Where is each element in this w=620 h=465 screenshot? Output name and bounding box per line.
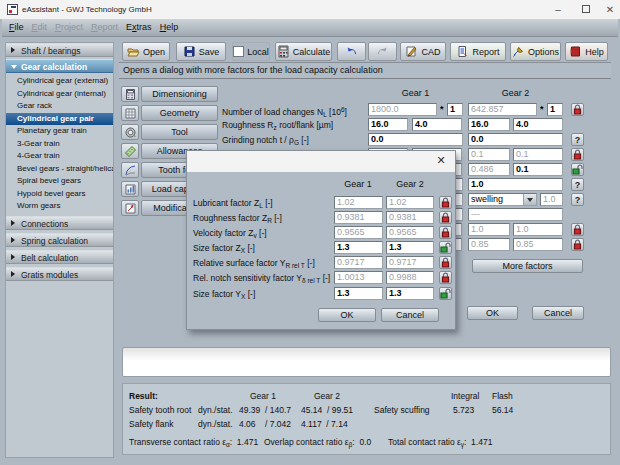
unlock-icon-button[interactable] (571, 163, 584, 176)
dialog-field-v2-row4: 0.9717 (386, 256, 434, 269)
help-icon (569, 45, 582, 58)
tooth-form-icon-button[interactable] (121, 162, 139, 178)
dialog-field-v2-row3[interactable]: 1.3 (386, 241, 434, 254)
dialog-field-v1-row3[interactable]: 1.3 (334, 241, 383, 254)
cancel-button[interactable]: Cancel (532, 306, 584, 320)
menu-extras[interactable]: Extras (122, 19, 156, 36)
sidebar-item-planetary-gear-train[interactable]: Planetary gear train (6, 125, 113, 138)
help-icon-button[interactable]: ? (571, 178, 584, 191)
geometry-icon-button[interactable] (121, 105, 139, 121)
dialog-unlock-icon-button[interactable] (439, 287, 452, 300)
toolbar-redo-button[interactable] (368, 42, 397, 61)
sidebar-group-spring-calculation[interactable]: Spring calculation (6, 233, 113, 247)
load-capacity-icon-button[interactable] (121, 181, 139, 197)
dialog-field-v2-row1: 0.9381 (386, 211, 434, 224)
dialog-lock-icon-button[interactable] (439, 256, 452, 269)
sidebar-group-shaft-bearings[interactable]: Shaft / bearings (6, 43, 113, 57)
dialog-close-icon[interactable]: ✕ (433, 153, 449, 168)
menu-file[interactable]: File (5, 19, 28, 36)
local-checkbox[interactable] (233, 46, 244, 57)
dialog-field-v1-row6[interactable]: 1.3 (334, 287, 383, 300)
sidebar-item-spiral-bevel-gears[interactable]: Spiral bevel gears (6, 175, 113, 188)
result-flank-gear1: 4.06 / 7.042 (239, 419, 291, 429)
dialog-field-v2-row5: 0.9988 (386, 271, 434, 284)
toolbar-undo-button[interactable] (337, 42, 366, 61)
field-g2-row2[interactable]: 0.0 (468, 133, 563, 146)
dialog-lock-icon-button[interactable] (439, 226, 452, 239)
field-g2b-row1[interactable]: 4.0 (513, 118, 563, 131)
form-row-label: Number of load changes NL [106] (222, 104, 347, 116)
dimensioning-icon-button[interactable] (121, 86, 139, 102)
allowances-icon-button[interactable] (121, 143, 139, 159)
lock-icon-button[interactable] (571, 103, 584, 116)
dialog-ok-button[interactable]: OK (318, 308, 376, 322)
sidebar-group-connections[interactable]: Connections (6, 216, 113, 230)
help-icon-button[interactable]: ? (571, 133, 584, 146)
field-g1b-row1[interactable]: 4.0 (412, 118, 462, 131)
ok-button[interactable]: OK (467, 306, 518, 320)
dialog-cancel-button[interactable]: Cancel (381, 308, 439, 322)
sidebar-item-hypoid-bevel-gears[interactable]: Hypoid bevel gears (6, 188, 113, 201)
toolbar-save-button[interactable]: Save (176, 42, 226, 61)
sidebar-item-cylindrical-gear-internal-[interactable]: Cylindrical gear (internal) (6, 88, 113, 101)
sidebar-item-gear-rack[interactable]: Gear rack (6, 100, 113, 113)
tool-icon-button[interactable] (121, 124, 139, 140)
lock-icon-button[interactable] (571, 223, 584, 236)
dialog-row-label: Lubricant factor ZL [-] (193, 197, 273, 209)
sidebar-group-gear-calculation[interactable]: Gear calculation (6, 59, 113, 73)
field-g1-row2[interactable]: 0.0 (368, 133, 463, 146)
sidebar-item-cylindrical-gear-pair[interactable]: Cylindrical gear pair (6, 113, 113, 126)
toolbar-report-button[interactable]: Report (450, 42, 506, 61)
field-g2a-row3: 0.1 (468, 148, 510, 161)
toolbar-help-button[interactable]: Help (565, 42, 608, 61)
field-g1-mult-row0[interactable]: 1 (447, 103, 463, 116)
dialog-lock-icon-button[interactable] (439, 211, 452, 224)
sidebar-group-gratis-modules[interactable]: Gratis modules (6, 267, 113, 281)
toolbar-local-button[interactable]: Local (232, 42, 270, 61)
toolbar-options-button[interactable]: Options (510, 42, 561, 61)
sidebar-item-3-gear-train[interactable]: 3-Gear train (6, 138, 113, 151)
toolbar-open-button[interactable]: Open (122, 42, 170, 61)
field-g1a-row1[interactable]: 16.0 (368, 118, 408, 131)
dialog-row-label: Size factor YX [-] (193, 288, 255, 300)
combo-arrow-icon[interactable] (523, 194, 536, 205)
toolbar-calculate-button[interactable]: Calculate (275, 42, 332, 61)
sidebar-group-belt-calculation[interactable]: Belt calculation (6, 250, 113, 264)
maximize-button[interactable] (573, 0, 599, 19)
minimize-button[interactable]: – (545, 0, 571, 19)
field-g2-mult-row0[interactable]: 1 (547, 103, 563, 116)
lock-icon-button[interactable] (571, 238, 584, 251)
dimensioning-button[interactable]: Dimensioning (141, 86, 218, 102)
dialog-unlock-icon-button[interactable] (439, 241, 452, 254)
dialog-title-bar (187, 151, 455, 172)
geometry-button[interactable]: Geometry (141, 105, 218, 121)
close-button[interactable]: ✕ (597, 0, 620, 19)
field-g2-row5[interactable]: 1.0 (468, 178, 563, 191)
sidebar-item-bevel-gears-straight-helical[interactable]: Bevel gears - straight/helical (6, 163, 113, 176)
dialog-lock-icon-button[interactable] (439, 196, 452, 209)
menu-help[interactable]: Help (156, 19, 183, 36)
dialog-field-v2-row6[interactable]: 1.3 (386, 287, 434, 300)
dialog-lock-icon-button[interactable] (439, 271, 452, 284)
chevron-collapsed-icon (11, 220, 15, 226)
more-factors-button[interactable]: More factors (472, 259, 583, 273)
geometry-icon (124, 107, 137, 120)
sidebar-item-4-gear-train[interactable]: 4-Gear train (6, 150, 113, 163)
tool-button[interactable]: Tool (141, 124, 218, 140)
field-g2a-row4: 0.486 (468, 163, 510, 176)
locked-icon (572, 149, 583, 160)
lock-icon-button[interactable] (571, 148, 584, 161)
result-panel: Result: Gear 1 Gear 2 Integral Flash Saf… (122, 383, 611, 455)
help-icon-button[interactable]: ? (571, 193, 584, 206)
field-g2a-row1[interactable]: 16.0 (468, 118, 510, 131)
toolbar-label: Save (199, 47, 220, 57)
field-g2-row7: --- (468, 208, 563, 221)
sidebar-item-worm-gears[interactable]: Worm gears (6, 200, 113, 213)
locked-icon (440, 227, 451, 238)
sidebar-item-cylindrical-gear-external-[interactable]: Cylindrical gear (external) (6, 75, 113, 88)
modifications-icon-button[interactable] (121, 200, 139, 216)
combo-row6[interactable]: swelling (468, 193, 537, 206)
toolbar-cad-button[interactable]: CAD (400, 42, 446, 61)
field-g2b-row4[interactable]: 0.1 (513, 163, 563, 176)
result-scuffing-integral: 5.723 (453, 405, 474, 415)
